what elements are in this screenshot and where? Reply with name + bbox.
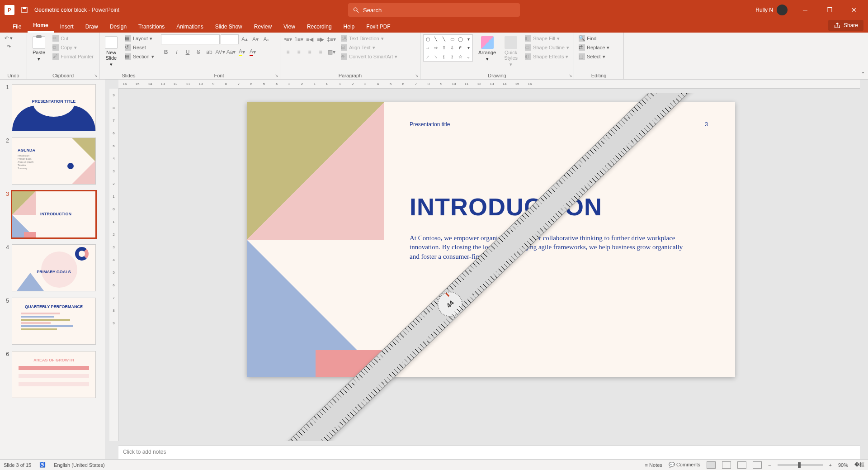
thumbnail-2[interactable]: 2 AGENDA IntroductionPrimary goalsAreas … (4, 138, 101, 185)
increase-indent-button[interactable]: ≡▶ (316, 34, 326, 44)
clear-formatting-button[interactable]: Aₓ (261, 34, 271, 44)
decrease-indent-button[interactable]: ≡◀ (305, 34, 315, 44)
cut-button[interactable]: ✂Cut (51, 34, 95, 43)
restore-button[interactable]: ❐ (819, 0, 840, 20)
tab-view[interactable]: View (278, 21, 301, 33)
zoom-out-button[interactable]: − (768, 462, 771, 468)
thumbnail-3[interactable]: 3 INTRODUCTION (4, 191, 101, 238)
account-button[interactable]: Rully N (752, 3, 791, 17)
undo-button[interactable]: ↶ ▾ (3, 34, 14, 42)
line-spacing-button[interactable]: ‡≡▾ (326, 34, 336, 44)
tab-recording[interactable]: Recording (302, 21, 337, 33)
notes-pane[interactable]: Click to add notes (118, 446, 860, 459)
accessibility-icon[interactable]: ♿ (39, 462, 46, 468)
zoom-slider-handle[interactable] (798, 462, 801, 468)
shape-more-row2[interactable]: ▾ (464, 43, 472, 52)
shape-more-button[interactable]: ⌄ (464, 52, 472, 61)
shape-outline-button[interactable]: ▭Shape Outline ▾ (523, 43, 571, 52)
select-button[interactable]: ⬚Select ▾ (577, 52, 611, 61)
drawing-dialog-launcher[interactable]: ↘ (569, 73, 572, 78)
change-case-button[interactable]: Aa▾ (226, 47, 236, 57)
shape-effects-button[interactable]: ◐Shape Effects ▾ (523, 52, 571, 61)
layout-button[interactable]: ▦Layout ▾ (123, 34, 156, 43)
shadow-button[interactable]: ab (204, 47, 214, 57)
paste-button[interactable]: Paste▾ (30, 34, 48, 64)
shape-oval-icon[interactable]: ◯ (456, 35, 464, 43)
replace-button[interactable]: ⇄Replace ▾ (577, 43, 611, 52)
shape-brace-r-icon[interactable]: } (448, 52, 456, 61)
tab-transitions[interactable]: Transitions (133, 21, 170, 33)
share-button[interactable]: Share (828, 20, 863, 31)
shape-more-row1[interactable]: ▾ (464, 35, 472, 43)
font-size-combo[interactable] (221, 34, 239, 44)
shape-arrow2-icon[interactable]: ⇨ (432, 43, 440, 52)
vertical-ruler[interactable]: 9876543210123456789 (109, 89, 118, 441)
shape-connector-icon[interactable]: ↱ (456, 43, 464, 52)
shape-brace-l-icon[interactable]: { (440, 52, 448, 61)
shape-rect-icon[interactable]: ▭ (448, 35, 456, 43)
slide-body-text[interactable]: At Contoso, we empower organizations to … (410, 233, 690, 261)
close-button[interactable]: ✕ (844, 0, 864, 20)
copy-button[interactable]: ⧉Copy ▾ (51, 43, 95, 52)
search-input[interactable] (363, 7, 515, 14)
shape-line-icon[interactable]: ╲ (432, 35, 440, 43)
italic-button[interactable]: I (172, 47, 182, 57)
thumbnail-6[interactable]: 6 AREAS OF GROWTH (4, 351, 101, 398)
find-button[interactable]: 🔍Find (577, 34, 611, 43)
columns-button[interactable]: ▥▾ (326, 47, 336, 57)
thumbnail-4[interactable]: 4 PRIMARY GOALS (4, 244, 101, 291)
font-color-button[interactable]: A▾ (248, 47, 258, 57)
tab-design[interactable]: Design (104, 21, 132, 33)
thumbnail-5[interactable]: 5 QUARTERLY PERFORMANCE (4, 298, 101, 345)
paragraph-dialog-launcher[interactable]: ↘ (415, 73, 419, 78)
section-button[interactable]: ▤Section ▾ (123, 52, 156, 61)
arrange-button[interactable]: Arrange▾ (476, 34, 499, 64)
slide-sorter-view-button[interactable] (722, 461, 731, 469)
slide-thumbnail-panel[interactable]: 1 PRESENTATION TITLE 2 AGENDA Introducti… (0, 80, 105, 459)
quick-styles-button[interactable]: Quick Styles▾ (501, 34, 520, 69)
slide-position[interactable]: Slide 3 of 15 (4, 462, 31, 468)
decrease-font-button[interactable]: A▾ (250, 34, 260, 44)
shape-line2-icon[interactable]: ╲ (440, 35, 448, 43)
tab-help[interactable]: Help (338, 21, 360, 33)
tab-review[interactable]: Review (249, 21, 277, 33)
clipboard-dialog-launcher[interactable]: ↘ (94, 73, 98, 78)
character-spacing-button[interactable]: AV▾ (215, 47, 225, 57)
underline-button[interactable]: U (183, 47, 193, 57)
tab-foxit-pdf[interactable]: Foxit PDF (361, 21, 396, 33)
slide[interactable]: Presentation title 3 INTRODUCTION At Con… (247, 102, 735, 377)
slide-canvas-area[interactable]: Presentation title 3 INTRODUCTION At Con… (127, 93, 854, 441)
format-painter-button[interactable]: 🖌Format Painter (51, 52, 95, 61)
align-right-button[interactable]: ≡ (305, 47, 315, 57)
minimize-button[interactable]: ─ (795, 0, 816, 20)
normal-view-button[interactable] (707, 461, 716, 469)
shape-curve-icon[interactable]: ⟋ (424, 52, 432, 61)
tab-animations[interactable]: Animations (171, 21, 208, 33)
bold-button[interactable]: B (161, 47, 171, 57)
font-dialog-launcher[interactable]: ↘ (275, 73, 278, 78)
increase-font-button[interactable]: A▴ (240, 34, 250, 44)
redo-button[interactable]: ↷ (5, 43, 13, 51)
bullets-button[interactable]: •≡▾ (283, 34, 293, 44)
justify-button[interactable]: ≡ (316, 47, 326, 57)
collapse-ribbon-button[interactable]: ⌃ (861, 71, 865, 77)
slide-header[interactable]: Presentation title (410, 121, 450, 128)
tab-home[interactable]: Home (28, 19, 53, 33)
reading-view-button[interactable] (737, 461, 746, 469)
fit-to-window-button[interactable]: �框 (854, 461, 864, 468)
numbering-button[interactable]: 1≡▾ (294, 34, 304, 44)
reset-button[interactable]: ↺Reset (123, 43, 156, 52)
notes-toggle[interactable]: ≡ Notes (645, 462, 662, 468)
new-slide-button[interactable]: New Slide▾ (102, 34, 120, 69)
slideshow-view-button[interactable] (753, 461, 762, 469)
shape-textbox-icon[interactable]: ▢ (424, 35, 432, 43)
font-family-combo[interactable] (161, 34, 220, 44)
strikethrough-button[interactable]: S (193, 47, 203, 57)
highlight-button[interactable]: A▾ (237, 47, 247, 57)
shape-arrow4-icon[interactable]: ⇩ (448, 43, 456, 52)
convert-smartart-button[interactable]: ⬘Convert to SmartArt ▾ (339, 52, 399, 61)
zoom-in-button[interactable]: + (829, 462, 832, 468)
text-direction-button[interactable]: ↕AText Direction ▾ (339, 34, 399, 43)
zoom-level[interactable]: 90% (838, 462, 848, 468)
shape-fill-button[interactable]: ◧Shape Fill ▾ (523, 34, 571, 43)
